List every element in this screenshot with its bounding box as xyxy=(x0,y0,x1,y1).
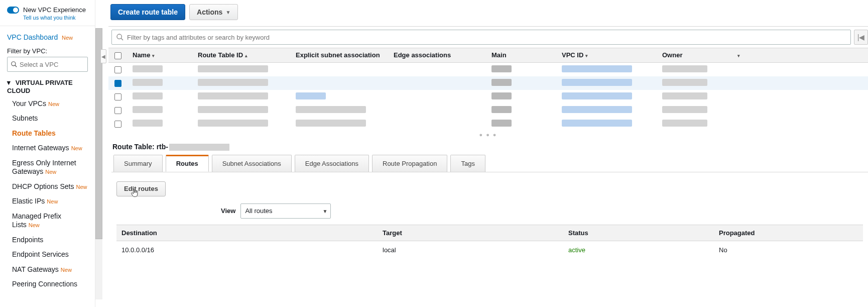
sidebar-item-label: Endpoints xyxy=(12,236,43,244)
vpc-select[interactable] xyxy=(7,57,88,72)
create-route-table-label: Create route table xyxy=(118,8,178,16)
search-icon xyxy=(11,61,18,68)
sidebar-item-label: NAT Gateways xyxy=(12,265,59,273)
view-row: View All routes ▼ xyxy=(116,203,863,219)
svg-point-0 xyxy=(12,62,16,66)
sidebar-collapse-handle[interactable]: ◀ xyxy=(100,49,106,63)
route-row: 10.0.0.0/16localactiveNo xyxy=(116,241,863,259)
sidebar-item-your-vpcs[interactable]: Your VPCsNew xyxy=(0,96,95,112)
redacted-cell xyxy=(296,92,326,99)
sidebar-item-egress-only-internet-gateways[interactable]: Egress Only Internet GatewaysNew xyxy=(0,156,95,179)
col-edge-assoc[interactable]: Edge associations xyxy=(389,48,486,63)
sort-icon: ▾ xyxy=(585,53,588,58)
cell-status: active xyxy=(563,241,714,259)
sidebar-item-label: Elastic IPs xyxy=(12,197,45,205)
tab-edge-assoc[interactable]: Edge Associations xyxy=(295,155,369,172)
new-experience-toggle[interactable] xyxy=(7,7,19,14)
redacted-cell xyxy=(562,120,632,127)
filter-input-wrap[interactable] xyxy=(111,30,851,45)
row-checkbox[interactable] xyxy=(114,93,121,100)
sidebar-item-managed-prefix-lists[interactable]: Managed Prefix ListsNew xyxy=(0,209,95,233)
sidebar-item-nat-gateways[interactable]: NAT GatewaysNew xyxy=(0,262,95,277)
sort-up-icon: ▴ xyxy=(245,53,247,58)
chevron-down-icon: ▼ xyxy=(225,10,230,15)
filter-input[interactable] xyxy=(127,34,846,41)
col-vpc-id[interactable]: VPC ID xyxy=(562,51,583,59)
actions-button[interactable]: Actions ▼ xyxy=(189,4,238,20)
col-name[interactable]: Name xyxy=(133,51,150,59)
row-checkbox[interactable] xyxy=(114,121,121,128)
col-propagated[interactable]: Propagated xyxy=(714,225,863,241)
create-route-table-button[interactable]: Create route table xyxy=(110,4,185,20)
col-owner[interactable]: Owner xyxy=(662,51,682,59)
redacted-cell xyxy=(491,79,512,86)
row-checkbox[interactable] xyxy=(114,66,121,73)
col-route-table-id[interactable]: Route Table ID xyxy=(198,51,243,59)
redacted-cell xyxy=(198,106,268,113)
redacted-cell xyxy=(662,65,707,72)
new-badge: New xyxy=(71,145,82,151)
new-badge: New xyxy=(45,169,56,175)
new-badge: New xyxy=(48,101,59,107)
col-status[interactable]: Status xyxy=(563,225,714,241)
tab-route-prop[interactable]: Route Propagation xyxy=(372,155,447,172)
details-tabs: Summary Routes Subnet Associations Edge … xyxy=(111,155,868,172)
vpc-dashboard-link[interactable]: VPC Dashboard New xyxy=(0,30,95,44)
redacted-cell xyxy=(133,79,163,86)
col-main[interactable]: Main xyxy=(486,48,557,63)
sidebar-item-peering-connections[interactable]: Peering Connections xyxy=(0,277,95,292)
table-row[interactable] xyxy=(108,62,868,76)
cell-target: local xyxy=(378,241,563,259)
route-tables-grid: Name▾ Route Table ID▴ Explicit subnet as… xyxy=(108,48,868,131)
tab-summary[interactable]: Summary xyxy=(113,155,163,172)
view-select[interactable]: All routes ▼ xyxy=(240,203,331,219)
new-badge: New xyxy=(47,198,58,204)
sidebar-item-label: Your VPCs xyxy=(12,99,46,108)
sidebar-item-endpoint-services[interactable]: Endpoint Services xyxy=(0,247,95,262)
table-row[interactable] xyxy=(108,117,868,131)
redacted-cell xyxy=(562,65,632,72)
pane-resize-handle[interactable]: ● ● ● xyxy=(108,131,868,138)
col-destination[interactable]: Destination xyxy=(116,225,378,241)
routes-panel: Edit routes View All routes ▼ Destinatio… xyxy=(111,172,868,259)
tab-tags[interactable]: Tags xyxy=(450,155,485,172)
svg-line-1 xyxy=(15,65,17,67)
toolbar: Create route table Actions ▼ xyxy=(108,4,868,26)
vpc-select-input[interactable] xyxy=(20,61,84,68)
view-label: View xyxy=(221,207,235,215)
sidebar-item-endpoints[interactable]: Endpoints xyxy=(0,233,95,248)
table-row[interactable] xyxy=(108,90,868,104)
tab-subnet-assoc[interactable]: Subnet Associations xyxy=(212,155,292,172)
nav-section-label: VIRTUAL PRIVATE CLOUD xyxy=(7,79,73,94)
page-prev-button[interactable]: |◀ xyxy=(854,30,868,45)
cell-propagated: No xyxy=(714,241,863,259)
edit-routes-button[interactable]: Edit routes xyxy=(116,181,166,196)
redacted-cell xyxy=(662,92,707,99)
row-checkbox[interactable] xyxy=(114,107,121,114)
edit-routes-label: Edit routes xyxy=(124,185,158,192)
tab-routes[interactable]: Routes xyxy=(166,155,209,172)
col-explicit-assoc[interactable]: Explicit subnet association xyxy=(291,48,389,63)
sidebar-item-label: DHCP Options Sets xyxy=(12,182,74,190)
col-target[interactable]: Target xyxy=(378,225,563,241)
sidebar-item-label: Peering Connections xyxy=(12,280,77,288)
nav-section-vpc[interactable]: ▶ VIRTUAL PRIVATE CLOUD xyxy=(0,76,95,96)
redacted-cell xyxy=(133,92,163,99)
details-pane: Route Table: rtb- Summary Routes Subnet … xyxy=(108,138,868,259)
sidebar-item-elastic-ips[interactable]: Elastic IPsNew xyxy=(0,194,95,209)
row-checkbox[interactable] xyxy=(114,80,121,87)
redacted-cell xyxy=(198,92,268,99)
table-row[interactable] xyxy=(108,76,868,90)
select-all-checkbox[interactable] xyxy=(114,52,121,59)
sort-icon: ▾ xyxy=(737,53,740,58)
table-row[interactable] xyxy=(108,104,868,117)
sidebar-item-route-tables[interactable]: Route Tables xyxy=(0,126,95,141)
sidebar-item-dhcp-options-sets[interactable]: DHCP Options SetsNew xyxy=(0,179,95,194)
new-badge: New xyxy=(62,35,73,41)
tell-us-link[interactable]: Tell us what you think xyxy=(23,15,95,21)
redacted-cell xyxy=(562,106,632,113)
sidebar-item-subnets[interactable]: Subnets xyxy=(0,111,95,126)
sidebar-item-internet-gateways[interactable]: Internet GatewaysNew xyxy=(0,141,95,156)
details-title: Route Table: rtb- xyxy=(111,143,868,155)
redacted-cell xyxy=(491,65,512,72)
